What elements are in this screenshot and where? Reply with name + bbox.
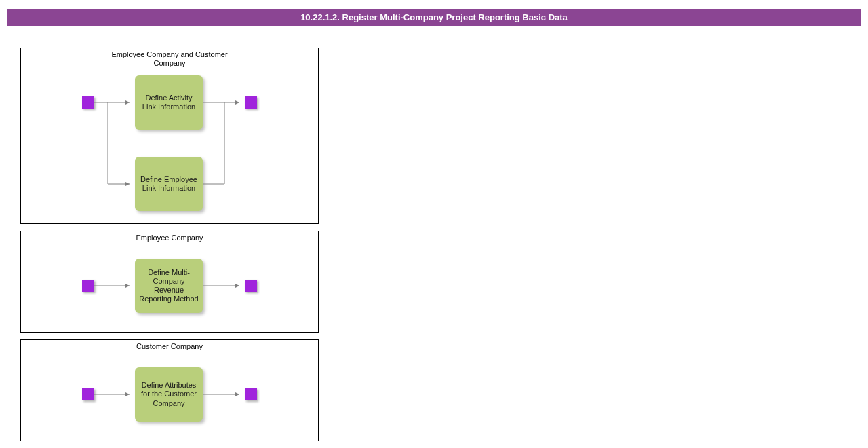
activity-label: Define Activity Link Information (138, 94, 200, 111)
start-gateway-icon (82, 388, 94, 400)
lane-title: Employee Company (21, 234, 318, 242)
svg-marker-15 (235, 392, 239, 396)
svg-marker-2 (125, 182, 130, 186)
page-title: 10.22.1.2. Register Multi-Company Projec… (7, 9, 861, 26)
svg-marker-13 (125, 392, 130, 396)
lane-title: Employee Company and Customer Company (95, 50, 244, 67)
lane-employee-company: Employee Company Define Multi-Company Re… (20, 231, 319, 333)
svg-marker-11 (235, 284, 239, 288)
svg-marker-9 (125, 284, 130, 288)
activity-label: Define Multi-Company Revenue Reporting M… (138, 268, 200, 304)
activity-define-revenue-method[interactable]: Define Multi-Company Revenue Reporting M… (135, 259, 203, 313)
svg-marker-4 (235, 100, 239, 105)
end-gateway-icon (245, 388, 257, 400)
svg-marker-1 (125, 100, 130, 105)
activity-define-customer-attributes[interactable]: Define Attributes for the Customer Compa… (135, 367, 203, 422)
activity-label: Define Attributes for the Customer Compa… (138, 381, 200, 408)
activity-define-employee-link[interactable]: Define Employee Link Information (135, 157, 203, 211)
lane-employee-customer: Employee Company and Customer Company De… (20, 48, 319, 224)
start-gateway-icon (82, 280, 94, 292)
end-gateway-icon (245, 280, 257, 292)
activity-label: Define Employee Link Information (138, 175, 200, 193)
activity-define-activity-link[interactable]: Define Activity Link Information (135, 75, 203, 130)
end-gateway-icon (245, 96, 257, 109)
lane-title: Customer Company (21, 342, 318, 351)
lane-customer-company: Customer Company Define Attributes for t… (20, 339, 319, 441)
start-gateway-icon (82, 96, 94, 109)
